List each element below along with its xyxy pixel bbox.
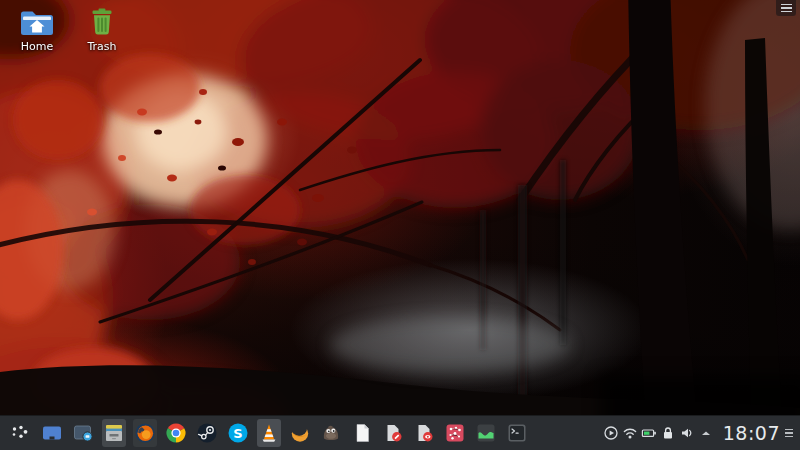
gimp-icon[interactable] (319, 419, 343, 447)
clementine-icon[interactable] (288, 419, 312, 447)
desktop: Home Trash (0, 0, 800, 450)
trash-can-icon (87, 7, 117, 37)
panel-clock[interactable]: 18:07 (723, 422, 780, 444)
chrome-icon[interactable] (164, 419, 188, 447)
application-launcher-icon[interactable] (9, 419, 33, 447)
window-badge-icon[interactable] (71, 419, 95, 447)
trash-label: Trash (87, 40, 116, 53)
konsole-terminal-icon[interactable] (505, 419, 529, 447)
document-editor-icon[interactable] (381, 419, 405, 447)
vlc-icon[interactable] (257, 419, 281, 447)
expand-tray-icon[interactable] (698, 425, 714, 441)
steam-icon[interactable] (195, 419, 219, 447)
desktop-toolbox-menu-icon[interactable] (776, 0, 796, 16)
home-label: Home (21, 40, 53, 53)
firefox-icon[interactable] (133, 419, 157, 447)
battery-icon[interactable] (641, 425, 657, 441)
svg-text:S: S (233, 426, 242, 441)
monitor-icon[interactable] (40, 419, 64, 447)
wifi-icon[interactable] (622, 425, 638, 441)
desktop-icon-home[interactable]: Home (8, 7, 66, 53)
taskbar-panel: S (0, 415, 800, 450)
home-folder-icon (19, 7, 55, 37)
desktop-icon-trash[interactable]: Trash (73, 7, 131, 53)
media-play-circle-icon[interactable] (603, 425, 619, 441)
text-document-icon[interactable] (350, 419, 374, 447)
dolphin-file-manager-icon[interactable] (102, 419, 126, 447)
skype-icon[interactable]: S (226, 419, 250, 447)
lock-icon[interactable] (660, 425, 676, 441)
panel-toolbox-icon[interactable] (785, 429, 793, 437)
red-dots-app-icon[interactable] (443, 419, 467, 447)
system-monitor-icon[interactable] (474, 419, 498, 447)
document-viewer-icon[interactable] (412, 419, 436, 447)
volume-icon[interactable] (679, 425, 695, 441)
wallpaper-forest-art (0, 0, 800, 450)
